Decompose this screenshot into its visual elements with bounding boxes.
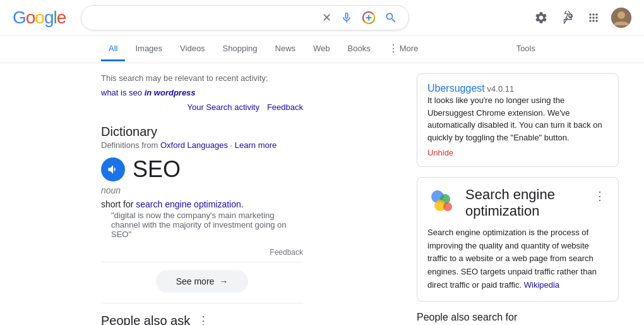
word-pos: noun (101, 185, 303, 195)
paa-title: People also ask (101, 314, 190, 326)
seo-card-title: Search engine optimization (465, 187, 584, 220)
logo-letter-g2: g (44, 8, 54, 27)
header: Google what is seo ✕ (0, 0, 644, 36)
tab-shopping[interactable]: Shopping (215, 37, 265, 61)
search-input[interactable]: what is seo (92, 12, 316, 23)
nav-tabs: All Images Videos Shopping News Web Book… (0, 36, 644, 63)
dictionary-subtitle: Definitions from Oxford Languages · Lear… (101, 140, 303, 150)
search-icon (385, 11, 397, 24)
logo-letter-g: G (13, 8, 26, 27)
feedback-link-dict[interactable]: Feedback (270, 248, 303, 257)
tab-images[interactable]: Images (128, 37, 170, 61)
logo-letter-o1: o (26, 8, 35, 27)
your-search-activity-link[interactable]: Your Search activity (187, 102, 259, 112)
search-icons: ✕ (321, 9, 398, 26)
tab-news[interactable]: News (268, 37, 304, 61)
activity-bar: This search may be relevant to recent ac… (101, 68, 303, 117)
right-panel: Ubersuggest v4.0.11 It looks like you're… (404, 63, 631, 325)
search-submit-button[interactable] (383, 10, 398, 25)
activity-prefix: This search may be relevant to recent ac… (101, 73, 268, 83)
labs-button[interactable] (559, 9, 576, 26)
seo-definition-link[interactable]: search engine optimization (136, 199, 241, 209)
apps-button[interactable] (586, 10, 601, 25)
seo-card-desc: Search engine optimization is the proces… (427, 226, 608, 292)
seo-card-title-wrapper: Search engine optimization (465, 187, 584, 220)
speaker-button[interactable] (101, 157, 125, 181)
main-layout: This search may be relevant to recent ac… (0, 63, 644, 325)
uber-version: v4.0.11 (487, 84, 515, 94)
tab-videos[interactable]: Videos (172, 37, 213, 61)
wikipedia-link[interactable]: Wikipedia (524, 280, 559, 290)
svg-point-3 (617, 11, 625, 19)
tab-more[interactable]: ⋮ More (381, 36, 426, 63)
activity-query-normal: what is seo (101, 88, 142, 97)
seo-card-options-button[interactable]: ⋮ (592, 187, 608, 205)
uber-title: Ubersuggest (427, 83, 485, 94)
uber-desc: It looks like you're no longer using the… (427, 94, 608, 144)
activity-bar-right: Your Search activity Feedback (187, 102, 303, 112)
voice-search-button[interactable] (339, 10, 354, 25)
mic-icon (340, 11, 353, 24)
logo-letter-e: e (57, 8, 66, 27)
dictionary-section: Dictionary Definitions from Oxford Langu… (101, 125, 303, 257)
activity-query-bold: in wordpress (145, 88, 196, 97)
seo-card-header: Search engine optimization ⋮ (427, 187, 608, 220)
dictionary-title: Dictionary (101, 125, 303, 139)
speaker-icon (107, 163, 119, 176)
paa-header: People also ask ⋮ (101, 311, 303, 325)
tab-books[interactable]: Books (340, 37, 378, 61)
google-logo[interactable]: Google (13, 8, 66, 28)
labs-icon (561, 11, 575, 25)
seo-knowledge-card: Search engine optimization ⋮ Search engi… (417, 177, 619, 302)
svg-point-7 (443, 202, 452, 211)
word-text: SEO (133, 156, 181, 183)
ubersuggest-card: Ubersuggest v4.0.11 It looks like you're… (417, 73, 619, 167)
pas-title: People also search for (417, 312, 619, 323)
divider (101, 262, 303, 262)
oxford-link[interactable]: Oxford Languages (160, 140, 228, 150)
grid-icon (587, 11, 600, 24)
seo-card-icon-wrapper (427, 187, 458, 219)
left-panel: This search may be relevant to recent ac… (0, 63, 404, 325)
clear-button[interactable]: ✕ (321, 9, 333, 26)
learn-more-link[interactable]: Learn more (235, 140, 277, 150)
logo-letter-o2: o (35, 8, 44, 27)
word-definition: short for search engine optimization. (101, 199, 303, 209)
activity-query-link[interactable]: what is seo in wordpress (101, 88, 196, 97)
gear-icon (534, 11, 548, 25)
uber-unhide-link[interactable]: Unhide (427, 148, 453, 157)
feedback-right: Feedback (101, 247, 303, 257)
clear-icon: ✕ (322, 11, 331, 25)
see-more-wrapper: See more → (101, 270, 303, 293)
lens-icon (362, 11, 376, 25)
dots-icon: ⋮ (388, 42, 398, 54)
tab-all[interactable]: All (101, 37, 125, 61)
lens-button[interactable] (361, 9, 377, 26)
search-bar: what is seo ✕ (81, 5, 409, 30)
avatar[interactable] (611, 8, 631, 28)
word-example: "digital is now the company's main marke… (111, 211, 303, 239)
header-right (533, 8, 631, 28)
word-display: SEO (101, 156, 303, 183)
people-also-search: People also search for Digital (417, 312, 619, 325)
arrow-icon: → (219, 276, 228, 286)
user-photo (611, 8, 631, 28)
see-more-button[interactable]: See more → (156, 270, 249, 293)
uber-header: Ubersuggest v4.0.11 (427, 83, 608, 94)
seo-card-icon (427, 187, 458, 217)
paa-options-button[interactable]: ⋮ (195, 311, 212, 325)
settings-button[interactable] (533, 9, 549, 26)
divider2 (101, 303, 303, 304)
feedback-link-top[interactable]: Feedback (267, 102, 303, 112)
tab-web[interactable]: Web (306, 37, 338, 61)
tab-tools[interactable]: Tools (509, 37, 543, 61)
